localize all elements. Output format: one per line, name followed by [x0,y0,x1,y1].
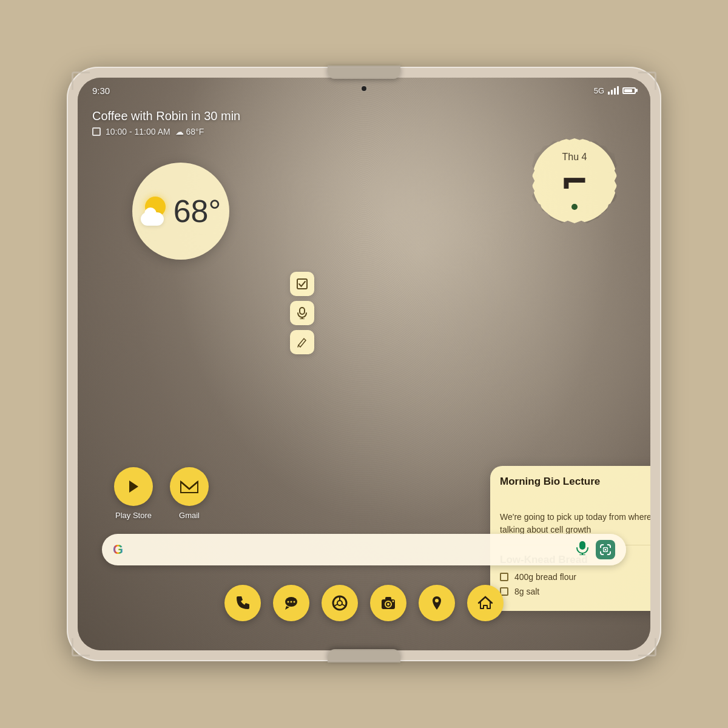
svg-rect-14 [604,544,607,547]
svg-rect-29 [385,597,391,600]
phone-case: 9:30 5G Coffee with Robin in 30 min 10:0… [67,67,661,661]
notes-check-button[interactable] [290,272,314,296]
status-right: 5G [594,86,636,95]
hinge-top [328,66,400,79]
svg-line-25 [334,604,337,606]
svg-point-31 [435,599,439,602]
note1-title: Morning Bio Lecture [500,476,600,488]
dock-home[interactable] [467,585,504,621]
weather-temperature: 68° [174,195,221,227]
front-camera [362,86,366,91]
play-store-app[interactable]: Play Store [114,467,153,520]
svg-line-4 [298,345,298,347]
gmail-app[interactable]: Gmail [170,467,209,520]
notification-banner: Coffee with Robin in 30 min 10:00 - 11:0… [92,109,240,136]
dock-phone[interactable] [224,585,261,621]
checklist-item-1: 400g bread flour [500,572,650,582]
svg-point-19 [294,601,295,603]
notification-detail: 10:00 - 11:00 AM ☁ 68°F [92,127,240,136]
status-time: 9:30 [92,86,110,96]
phone-screen: 9:30 5G Coffee with Robin in 30 min 10:0… [78,78,650,650]
google-lens-icon[interactable] [596,540,615,559]
svg-rect-1 [300,308,305,314]
calendar-small-icon [92,127,101,136]
note1-body: We're going to pick up today from where … [500,511,650,536]
search-bar[interactable]: G [102,534,626,565]
checklist-item-2: 8g salt [500,587,650,596]
hinge-bottom [328,649,400,662]
svg-rect-15 [604,552,607,555]
signal-icon [608,86,619,95]
svg-point-28 [387,603,389,605]
calendar-widget[interactable]: Thu 4 ⌐ [532,138,617,223]
svg-point-11 [605,549,607,551]
calendar-l-shape: ⌐ [562,163,587,202]
dock-camera[interactable] [370,585,406,621]
svg-point-17 [288,601,289,603]
app-icons-row: Play Store Gmail [114,467,209,520]
svg-rect-13 [608,548,611,551]
svg-line-24 [342,604,345,606]
svg-point-22 [338,601,342,605]
play-store-icon[interactable] [114,467,153,506]
search-mic-icon[interactable] [576,541,588,559]
notification-time-range: 10:00 - 11:00 AM [106,127,170,136]
notes-side-buttons [290,272,314,354]
svg-marker-5 [129,480,138,493]
weather-content: 68° [141,195,221,227]
calendar-dot [571,204,578,210]
google-g-logo: G [113,542,123,558]
checkbox-1[interactable] [500,573,508,581]
battery-icon [622,87,636,94]
notes-mic-button[interactable] [290,301,314,325]
notification-weather: ☁ 68°F [175,127,204,136]
svg-rect-12 [600,548,603,551]
dock-chat[interactable] [273,585,309,621]
network-type: 5G [594,86,604,95]
gmail-icon[interactable] [170,467,209,506]
weather-sun-icon [141,197,170,226]
weather-widget[interactable]: 68° [132,163,229,260]
dock-maps[interactable] [419,585,455,621]
svg-point-30 [393,601,394,602]
play-store-label: Play Store [115,511,152,520]
notes-pencil-button[interactable] [290,330,314,354]
dock [224,585,504,621]
svg-point-18 [291,601,292,603]
notification-title: Coffee with Robin in 30 min [92,109,240,123]
dock-chrome[interactable] [322,585,358,621]
svg-rect-6 [579,541,585,550]
gmail-label: Gmail [179,511,200,520]
